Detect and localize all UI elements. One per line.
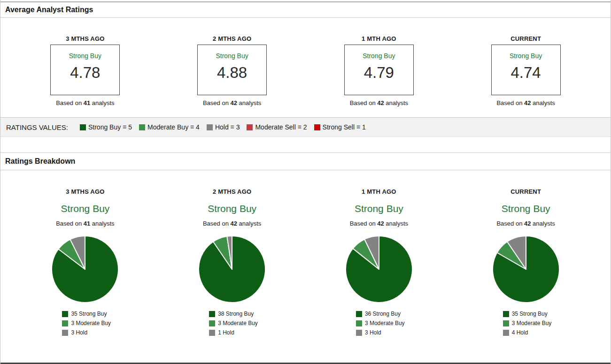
based-on-prefix: Based on — [203, 99, 229, 106]
ratings-values-band: RATINGS VALUES: Strong Buy = 5 Moderate … — [0, 118, 611, 137]
section-gap — [0, 137, 611, 152]
moderate-buy-color-swatch — [139, 124, 145, 130]
strong-buy-color-swatch — [209, 311, 215, 317]
moderate-buy-color-swatch — [503, 320, 509, 326]
based-on-prefix: Based on — [56, 220, 82, 227]
pie-chart-current — [491, 235, 561, 304]
breakdown-col-3mths: 3 MTHS AGO Strong Buy Based on 41 analys… — [12, 170, 159, 339]
legend-row-hold: 3 Hold — [62, 329, 111, 336]
hold-color-swatch — [503, 330, 509, 336]
legend-item-moderate-buy: Moderate Buy = 4 — [139, 123, 200, 131]
based-on-suffix: analysts — [239, 99, 262, 106]
analyst-ratings-widget: Average Analyst Ratings 3 MTHS AGO Stron… — [0, 0, 611, 364]
period-label: 1 MTH AGO — [362, 188, 396, 195]
legend-item-moderate-sell: Moderate Sell = 2 — [247, 123, 307, 131]
hold-color-swatch — [209, 330, 215, 336]
legend-item-label: Moderate Buy = 4 — [147, 123, 200, 131]
analyst-count-line: Based on 41 analysts — [56, 220, 114, 227]
strong-buy-color-swatch — [80, 124, 86, 130]
avg-col-3mths: 3 MTHS AGO Strong Buy 4.78 Based on 41 a… — [12, 18, 159, 117]
based-on-suffix: analysts — [533, 99, 555, 106]
legend-row-label: 3 Moderate Buy — [218, 320, 258, 326]
avg-col-1mth: 1 MTH AGO Strong Buy 4.79 Based on 42 an… — [306, 18, 453, 117]
strong-buy-color-swatch — [503, 311, 509, 317]
analyst-count: 42 — [524, 220, 531, 227]
based-on-suffix: analysts — [533, 220, 555, 227]
ratings-breakdown-row: 3 MTHS AGO Strong Buy Based on 41 analys… — [0, 170, 611, 339]
analyst-count: 42 — [231, 220, 237, 227]
legend-row-strong-buy: 35 Strong Buy — [503, 311, 552, 317]
consensus-label: Strong Buy — [69, 52, 101, 60]
legend-item-label: Strong Sell = 1 — [323, 123, 366, 131]
period-label: CURRENT — [510, 35, 541, 42]
analyst-count: 41 — [84, 99, 90, 106]
based-on-suffix: analysts — [386, 99, 408, 106]
moderate-sell-color-swatch — [247, 124, 253, 130]
analyst-count: 42 — [377, 99, 384, 106]
based-on-suffix: analysts — [92, 99, 115, 106]
period-label: 2 MTHS AGO — [213, 188, 251, 195]
based-on-prefix: Based on — [56, 99, 82, 106]
hold-color-swatch — [356, 330, 362, 336]
legend-item-label: Strong Buy = 5 — [88, 123, 132, 131]
analyst-count: 42 — [377, 220, 384, 227]
legend-row-label: 3 Hold — [365, 329, 381, 336]
legend-row-hold: 4 Hold — [503, 329, 552, 336]
strong-sell-color-swatch — [314, 124, 320, 130]
hold-color-swatch — [62, 330, 68, 336]
rating-box: Strong Buy 4.88 — [197, 45, 267, 95]
consensus-label: Strong Buy — [208, 203, 256, 214]
legend-row-strong-buy: 36 Strong Buy — [356, 311, 405, 317]
consensus-label: Strong Buy — [355, 203, 403, 214]
average-rating-value: 4.79 — [364, 64, 394, 82]
pie-chart-2-mths-ago — [197, 235, 267, 304]
section-title-ratings-breakdown: Ratings Breakdown — [5, 157, 75, 166]
legend-item-label: Moderate Sell = 2 — [255, 123, 307, 131]
analyst-count-line: Based on 42 analysts — [203, 99, 261, 106]
legend-row-label: 35 Strong Buy — [71, 311, 107, 317]
legend-row-moderate-buy: 3 Moderate Buy — [62, 320, 111, 326]
based-on-suffix: analysts — [386, 220, 408, 227]
based-on-suffix: analysts — [239, 220, 262, 227]
avg-col-current: CURRENT Strong Buy 4.74 Based on 42 anal… — [452, 18, 599, 117]
legend-row-moderate-buy: 3 Moderate Buy — [356, 320, 405, 326]
moderate-buy-color-swatch — [209, 320, 215, 326]
consensus-label: Strong Buy — [61, 203, 109, 214]
analyst-count: 42 — [524, 99, 531, 106]
analyst-count: 42 — [231, 99, 237, 106]
legend-item-hold: Hold = 3 — [207, 123, 240, 131]
breakdown-col-current: CURRENT Strong Buy Based on 42 analysts … — [452, 170, 599, 339]
legend-row-moderate-buy: 3 Moderate Buy — [503, 320, 552, 326]
analyst-count-line: Based on 42 analysts — [496, 99, 555, 106]
consensus-label: Strong Buy — [502, 203, 550, 214]
average-ratings-header: Average Analyst Ratings — [0, 1, 611, 18]
section-title-average-ratings: Average Analyst Ratings — [5, 6, 93, 14]
legend-item-strong-buy: Strong Buy = 5 — [80, 123, 132, 131]
average-rating-value: 4.88 — [217, 64, 247, 82]
consensus-label: Strong Buy — [510, 52, 542, 60]
based-on-prefix: Based on — [496, 220, 522, 227]
legend-row-label: 4 Hold — [512, 329, 528, 336]
legend-row-label: 3 Moderate Buy — [71, 320, 111, 326]
legend-row-label: 38 Strong Buy — [218, 311, 254, 317]
avg-col-2mths: 2 MTHS AGO Strong Buy 4.88 Based on 42 a… — [159, 18, 306, 117]
legend-item-strong-sell: Strong Sell = 1 — [314, 123, 366, 131]
average-rating-value: 4.78 — [70, 64, 100, 82]
period-label: 3 MTHS AGO — [66, 188, 104, 195]
legend-row-label: 3 Moderate Buy — [365, 320, 405, 326]
breakdown-col-1mth: 1 MTH AGO Strong Buy Based on 42 analyst… — [306, 170, 453, 339]
strong-buy-color-swatch — [356, 311, 362, 317]
based-on-prefix: Based on — [203, 220, 229, 227]
analyst-count-line: Based on 42 analysts — [350, 99, 408, 106]
analyst-count-line: Based on 42 analysts — [350, 220, 408, 227]
legend-row-label: 3 Moderate Buy — [512, 320, 552, 326]
pie-legend: 35 Strong Buy 3 Moderate Buy 3 Hold — [62, 311, 111, 339]
legend-row-strong-buy: 38 Strong Buy — [209, 311, 258, 317]
ratings-values-label: RATINGS VALUES: — [6, 123, 68, 131]
moderate-buy-color-swatch — [62, 320, 68, 326]
pie-legend: 38 Strong Buy 3 Moderate Buy 1 Hold — [209, 311, 258, 339]
legend-row-hold: 3 Hold — [356, 329, 405, 336]
legend-row-label: 35 Strong Buy — [512, 311, 548, 317]
period-label: 3 MTHS AGO — [66, 35, 104, 42]
period-label: 2 MTHS AGO — [213, 35, 251, 42]
